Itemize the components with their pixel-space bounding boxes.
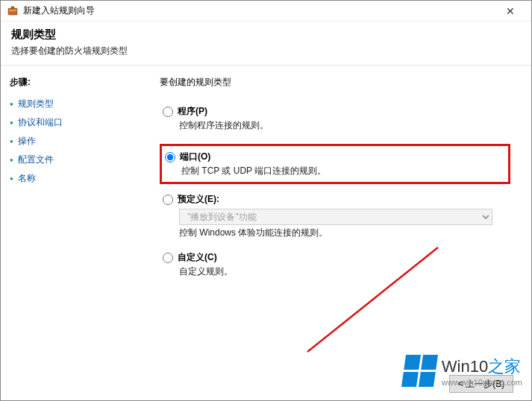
- radio-program[interactable]: [163, 107, 173, 117]
- select-predefined: "播放到设备"功能: [179, 209, 492, 225]
- option-port: 端口(O) 控制 TCP 或 UDP 端口连接的规则。: [160, 144, 510, 184]
- svg-rect-1: [9, 10, 16, 11]
- desc-custom: 自定义规则。: [179, 265, 510, 278]
- radio-custom-label[interactable]: 自定义(C): [163, 251, 510, 264]
- radio-predefined[interactable]: [163, 195, 173, 205]
- step-label: 配置文件: [18, 154, 54, 166]
- close-button[interactable]: ✕: [495, 5, 525, 17]
- step-action[interactable]: 操作: [10, 132, 129, 151]
- page-subtitle: 选择要创建的防火墙规则类型: [11, 45, 521, 57]
- radio-program-label[interactable]: 程序(P): [163, 105, 510, 118]
- step-profile[interactable]: 配置文件: [10, 151, 129, 169]
- titlebar: 新建入站规则向导 ✕: [1, 1, 531, 22]
- radio-port[interactable]: [165, 152, 175, 162]
- steps-label: 步骤:: [10, 76, 129, 89]
- content: 步骤: 规则类型 协议和端口 操作 配置文件 名称 要创建的规则类型 程序(P)…: [1, 65, 531, 369]
- sidebar: 步骤: 规则类型 协议和端口 操作 配置文件 名称: [1, 66, 139, 369]
- step-label: 名称: [18, 172, 36, 185]
- watermark-text: Win10之家 www.win10xitong.com: [442, 356, 522, 387]
- radio-predefined-label[interactable]: 预定义(E):: [163, 193, 510, 206]
- radio-predefined-text: 预定义(E):: [178, 193, 219, 206]
- watermark: Win10之家 www.win10xitong.com: [404, 355, 522, 387]
- option-custom: 自定义(C) 自定义规则。: [160, 251, 510, 278]
- desc-predefined: 控制 Windows 体验功能连接的规则。: [179, 227, 510, 239]
- windows-logo-icon: [401, 355, 438, 387]
- radio-custom-text: 自定义(C): [178, 251, 217, 264]
- steps-list: 规则类型 协议和端口 操作 配置文件 名称: [10, 95, 129, 188]
- main-panel: 要创建的规则类型 程序(P) 控制程序连接的规则。 端口(O) 控制 TCP 或…: [139, 66, 531, 369]
- page-title: 规则类型: [11, 28, 521, 42]
- question-label: 要创建的规则类型: [160, 76, 510, 89]
- option-predefined: 预定义(E): "播放到设备"功能 控制 Windows 体验功能连接的规则。: [160, 193, 510, 239]
- step-protocol-port[interactable]: 协议和端口: [10, 113, 129, 132]
- step-label: 操作: [18, 135, 36, 148]
- desc-port: 控制 TCP 或 UDP 端口连接的规则。: [181, 165, 505, 177]
- svg-rect-0: [8, 8, 17, 15]
- svg-rect-2: [11, 6, 14, 8]
- window-title: 新建入站规则向导: [23, 4, 495, 17]
- option-program: 程序(P) 控制程序连接的规则。: [160, 105, 510, 132]
- radio-port-label[interactable]: 端口(O): [165, 151, 505, 163]
- desc-program: 控制程序连接的规则。: [179, 119, 510, 132]
- step-label: 协议和端口: [18, 116, 63, 129]
- radio-port-text: 端口(O): [180, 151, 210, 163]
- watermark-line1a: Win10: [442, 357, 488, 376]
- app-icon: [7, 5, 19, 17]
- watermark-line1b: 之家: [488, 357, 521, 376]
- page-header: 规则类型 选择要创建的防火墙规则类型: [1, 22, 531, 65]
- radio-custom[interactable]: [163, 253, 173, 263]
- step-label: 规则类型: [18, 98, 54, 110]
- step-rule-type[interactable]: 规则类型: [10, 95, 129, 113]
- step-name[interactable]: 名称: [10, 169, 129, 188]
- watermark-line2: www.win10xitong.com: [442, 378, 522, 387]
- radio-program-text: 程序(P): [178, 105, 207, 118]
